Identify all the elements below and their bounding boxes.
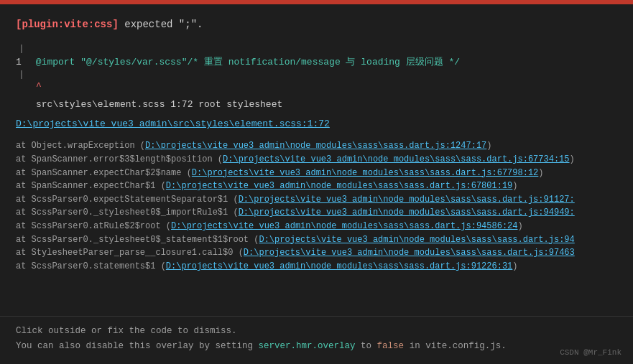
error-title-suffix: expected ";". <box>119 19 203 30</box>
footer-line2-pre: You can also disable this overlay by set… <box>16 341 259 351</box>
stack-link[interactable]: D:\projects\vite_vue3_admin\node_modules… <box>239 195 575 205</box>
error-overlay: [plugin:vite:css] expected ";". | 1 @imp… <box>0 0 633 364</box>
code-row: 1 @import "@/styles/var.scss"/* 重置 notif… <box>16 55 617 68</box>
stack-link[interactable]: D:\projects\vite_vue3_admin\node_modules… <box>259 235 574 245</box>
stack-line: at ScssParser0.statements$1 (D:\projects… <box>16 260 617 274</box>
footer-line2-post: in vite.config.js. <box>404 341 507 351</box>
footer-line2-mid: to <box>356 341 377 351</box>
stack-line: at SpanScanner.expectChar$1 (D:\projects… <box>16 179 617 193</box>
stack-link[interactable]: D:\projects\vite_vue3_admin\node_modules… <box>166 181 512 191</box>
stack-line: at SpanScanner.error$3$length$position (… <box>16 153 617 167</box>
line-number: 1 <box>16 57 30 67</box>
file-link[interactable]: D:\projects\vite_vue3_admin\src\styles\e… <box>16 118 617 129</box>
stack-line: at SpanScanner.expectChar$2$name (D:\pro… <box>16 167 617 180</box>
watermark: CSDN @Mr_Fink <box>560 348 622 357</box>
footer-code: server.hmr.overlay <box>259 341 356 351</box>
error-content: [plugin:vite:css] expected ";". | 1 @imp… <box>0 4 633 316</box>
stack-link[interactable]: D:\projects\vite_vue3_admin\node_modules… <box>145 141 486 151</box>
stack-line: at ScssParser0._stylesheet0$_statement$1… <box>16 233 617 247</box>
error-location: src\styles\element.scss 1:72 root styles… <box>36 99 617 110</box>
stack-trace: at Object.wrapException (D:\projects\vit… <box>16 139 617 273</box>
pipe2: | <box>16 68 617 81</box>
footer-line2: You can also disable this overlay by set… <box>16 339 617 354</box>
stack-link[interactable]: D:\projects\vite_vue3_admin\node_modules… <box>171 221 517 231</box>
error-title: [plugin:vite:css] expected ";". <box>16 17 617 32</box>
code-line: @import "@/styles/var.scss"/* 重置 notific… <box>36 57 460 67</box>
stack-line: at StylesheetParser_parse__closure1.call… <box>16 246 617 260</box>
stack-link[interactable]: D:\projects\vite_vue3_admin\node_modules… <box>223 154 569 164</box>
stack-link[interactable]: D:\projects\vite_vue3_admin\node_modules… <box>244 248 575 258</box>
stack-line: at Object.wrapException (D:\projects\vit… <box>16 139 617 153</box>
stack-link[interactable]: D:\projects\vite_vue3_admin\node_modules… <box>166 261 512 271</box>
stack-line: at ScssParser0.expectStatementSeparator$… <box>16 193 617 207</box>
pipe1: | <box>16 42 617 55</box>
caret-line: ^ <box>16 81 617 92</box>
stack-link[interactable]: D:\projects\vite_vue3_admin\node_modules… <box>239 207 575 218</box>
stack-link[interactable]: D:\projects\vite_vue3_admin\node_modules… <box>192 168 538 178</box>
footer-line1: Click outside or fix the code to dismiss… <box>16 324 617 339</box>
stack-line: at ScssParser0._stylesheet0$_importRule$… <box>16 206 617 220</box>
error-line-block: | 1 @import "@/styles/var.scss"/* 重置 not… <box>16 42 617 92</box>
plugin-label: [plugin:vite:css] <box>16 19 119 30</box>
footer-false: false <box>377 341 405 351</box>
stack-line: at ScssParser0.atRule$2$root (D:\project… <box>16 220 617 233</box>
footer: Click outside or fix the code to dismiss… <box>0 316 633 365</box>
